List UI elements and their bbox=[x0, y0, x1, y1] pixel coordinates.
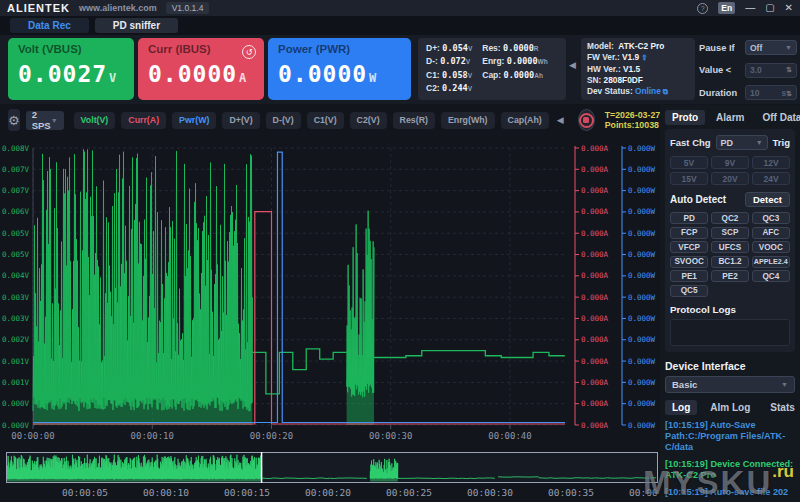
protocol-button-afc[interactable]: AFC bbox=[752, 227, 790, 239]
protocol-button-svooc[interactable]: SVOOC bbox=[670, 256, 708, 268]
sample-rate-select[interactable]: 2 SPS▼ bbox=[26, 111, 64, 130]
status-link-icon[interactable]: ⧉ bbox=[663, 87, 668, 96]
protocol-button-qc3[interactable]: QC3 bbox=[752, 212, 790, 224]
pause-duration-spinner[interactable]: 10s⇅ bbox=[745, 85, 797, 100]
protocol-button-apple24[interactable]: APPLE2.4 bbox=[752, 256, 790, 268]
tab-data-rec[interactable]: Data Rec bbox=[10, 18, 89, 33]
device-fw: FW Ver.: V1.9⇪ bbox=[587, 52, 689, 63]
svg-text:0.005V: 0.005V bbox=[2, 250, 30, 259]
pause-value-label: Value < bbox=[699, 65, 731, 75]
svg-text:0.001V: 0.001V bbox=[2, 378, 30, 387]
svg-text:0.000W: 0.000W bbox=[628, 144, 656, 153]
svg-text:0.000W: 0.000W bbox=[628, 165, 656, 174]
voltage-button-24v[interactable]: 24V bbox=[752, 172, 790, 185]
log-tabbar: Log Alm Log Stats bbox=[665, 398, 795, 418]
protocol-button-qc4[interactable]: QC4 bbox=[752, 270, 790, 282]
device-interface-select[interactable]: Basic▼ bbox=[665, 376, 795, 393]
channel-button-curr[interactable]: Curr(A) bbox=[121, 112, 166, 129]
svg-text:0.000A: 0.000A bbox=[581, 186, 609, 195]
record-icon bbox=[579, 113, 594, 128]
protocol-button-qc2[interactable]: QC2 bbox=[711, 212, 749, 224]
svg-text:0.000A: 0.000A bbox=[581, 271, 609, 280]
fast-chg-select[interactable]: PD▼ bbox=[716, 135, 768, 150]
power-card: Power (PWR) 0.0000W bbox=[268, 38, 411, 100]
channel-button-c1[interactable]: C1(V) bbox=[307, 112, 344, 129]
curr-direction-icon[interactable]: ↺ bbox=[242, 45, 256, 59]
version-badge: V1.0.1.4 bbox=[166, 2, 210, 14]
svg-text:0.000W: 0.000W bbox=[628, 357, 656, 366]
minimize-button[interactable]: — bbox=[745, 3, 755, 13]
tab-log[interactable]: Log bbox=[665, 400, 697, 415]
channel-button-res[interactable]: Res(R) bbox=[393, 112, 435, 129]
points-counter: Points:10038 bbox=[605, 120, 659, 130]
protocol-button-qc5[interactable]: QC5 bbox=[670, 285, 708, 297]
gear-icon[interactable]: ⚙ bbox=[8, 109, 20, 131]
protocol-button-fcp[interactable]: FCP bbox=[670, 227, 708, 239]
tab-alm-log[interactable]: Alm Log bbox=[703, 400, 757, 415]
record-stop-button[interactable] bbox=[578, 109, 595, 131]
protocol-button-vfcp[interactable]: VFCP bbox=[670, 241, 708, 253]
fw-upgrade-icon[interactable]: ⇪ bbox=[641, 53, 647, 62]
protocol-button-ufcs[interactable]: UFCS bbox=[711, 241, 749, 253]
svg-text:00:00:10: 00:00:10 bbox=[143, 487, 189, 498]
log-area[interactable]: [10:15:19] Auto-Save Path:C:/Program Fil… bbox=[665, 420, 795, 502]
close-button[interactable]: ✕ bbox=[785, 3, 793, 13]
svg-text:00:00:20: 00:00:20 bbox=[250, 431, 293, 441]
voltage-button-5v[interactable]: 5V bbox=[670, 156, 708, 169]
svg-text:0.000A: 0.000A bbox=[581, 421, 609, 430]
svg-text:0.000A: 0.000A bbox=[581, 165, 609, 174]
trig-button[interactable]: Trig bbox=[773, 137, 790, 148]
channel-button-enrg[interactable]: Enrg(Wh) bbox=[441, 112, 495, 129]
pause-value-spinner[interactable]: 3.0⇅ bbox=[745, 63, 797, 78]
channel-button-c2[interactable]: C2(V) bbox=[350, 112, 387, 129]
curr-card-value: 0.0000A bbox=[148, 61, 254, 87]
svg-text:0.000A: 0.000A bbox=[581, 314, 609, 323]
channel-button-dminus[interactable]: D-(V) bbox=[266, 112, 301, 129]
svg-text:00:00:25: 00:00:25 bbox=[386, 487, 432, 498]
svg-text:0.000V: 0.000V bbox=[2, 421, 30, 430]
voltage-button-12v[interactable]: 12V bbox=[752, 156, 790, 169]
svg-text:0.000W: 0.000W bbox=[628, 399, 656, 408]
protocol-button-pe1[interactable]: PE1 bbox=[670, 270, 708, 282]
channel-button-cap[interactable]: Cap(Ah) bbox=[501, 112, 549, 129]
svg-text:0.003V: 0.003V bbox=[2, 314, 30, 323]
device-status: Dev Status: Online⧉ bbox=[587, 86, 689, 97]
language-toggle[interactable]: En bbox=[718, 2, 735, 14]
protocol-button-bc12[interactable]: BC1.2 bbox=[711, 256, 749, 268]
protocol-button-scp[interactable]: SCP bbox=[711, 227, 749, 239]
tab-stats[interactable]: Stats bbox=[763, 400, 800, 415]
collapse-left-icon[interactable]: ◀ bbox=[569, 60, 576, 70]
maximize-button[interactable]: ▢ bbox=[765, 3, 774, 13]
channel-button-pwr[interactable]: Pwr(W) bbox=[172, 112, 216, 129]
voltage-button-9v[interactable]: 9V bbox=[711, 156, 749, 169]
volt-card: Volt (VBUS) 0.0027V bbox=[8, 38, 134, 100]
channel-button-dplus[interactable]: D+(V) bbox=[222, 112, 259, 129]
website-link[interactable]: www.alientek.com bbox=[79, 3, 157, 13]
protocol-button-vooc[interactable]: VOOC bbox=[752, 241, 790, 253]
voltage-button-20v[interactable]: 20V bbox=[711, 172, 749, 185]
protocol-button-pe2[interactable]: PE2 bbox=[711, 270, 749, 282]
svg-text:0.000W: 0.000W bbox=[628, 207, 656, 216]
status-badge: Online bbox=[635, 86, 661, 96]
pause-duration-label: Duration bbox=[699, 88, 737, 98]
device-model: Model: ATK-C2 Pro bbox=[587, 41, 689, 52]
voltage-button-15v[interactable]: 15V bbox=[670, 172, 708, 185]
svg-text:0.004V: 0.004V bbox=[2, 271, 30, 280]
svg-text:0.000W: 0.000W bbox=[628, 421, 656, 430]
detect-button[interactable]: Detect bbox=[745, 192, 790, 207]
overview-chart[interactable]: 00:00:0500:00:1000:00:1500:00:2000:00:25… bbox=[6, 452, 658, 501]
tab-pd-sniffer[interactable]: PD sniffer bbox=[95, 18, 178, 33]
tab-alarm[interactable]: Alarm bbox=[709, 110, 751, 125]
protocol-button-pd[interactable]: PD bbox=[670, 212, 708, 224]
tab-off-data[interactable]: Off Data bbox=[755, 110, 800, 125]
svg-text:0.000A: 0.000A bbox=[581, 250, 609, 259]
svg-text:0.002V: 0.002V bbox=[2, 335, 30, 344]
collapse-left-icon[interactable]: ◀ bbox=[557, 115, 564, 125]
main-chart[interactable]: 0.008V0.000A0.000W0.007V0.000A0.000W0.00… bbox=[0, 135, 660, 448]
help-icon[interactable]: ? bbox=[697, 3, 708, 14]
tab-proto[interactable]: Proto bbox=[665, 110, 705, 125]
pause-if-select[interactable]: Off▼ bbox=[745, 40, 797, 55]
svg-text:0.000A: 0.000A bbox=[581, 144, 609, 153]
svg-text:0.003V: 0.003V bbox=[2, 293, 30, 302]
channel-button-volt[interactable]: Volt(V) bbox=[74, 112, 116, 129]
